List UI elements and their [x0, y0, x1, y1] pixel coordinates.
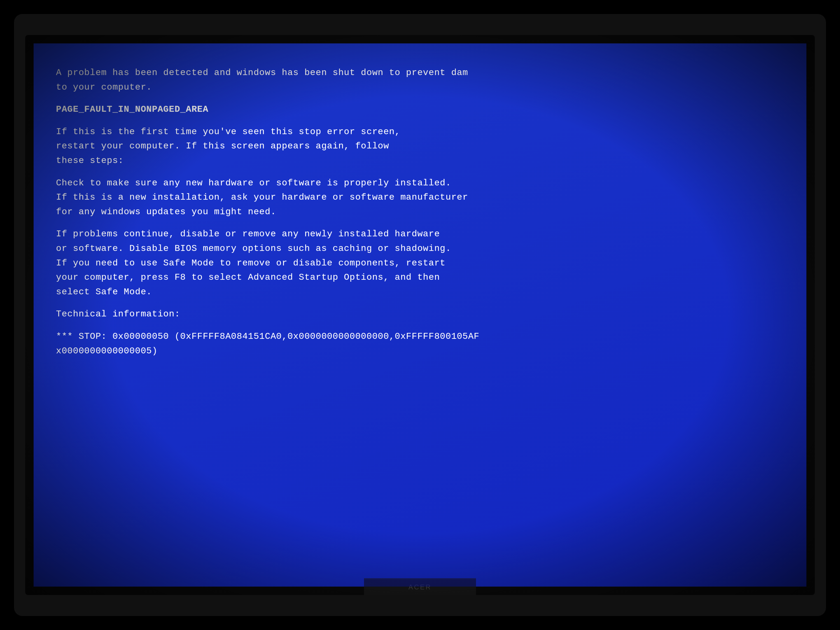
- instruction3-line4: your computer, press F8 to select Advanc…: [56, 270, 795, 284]
- stop-line1: *** STOP: 0x00000050 (0xFFFFF8A084151CA0…: [56, 330, 795, 344]
- monitor-bezel: A problem has been detected and windows …: [25, 35, 815, 595]
- gap-2: [56, 117, 795, 125]
- tech-header: Technical information:: [56, 307, 795, 321]
- monitor-stand: ACER: [364, 578, 476, 595]
- instruction1-line2: restart your computer. If this screen ap…: [56, 139, 795, 153]
- monitor-outer: A problem has been detected and windows …: [14, 14, 826, 616]
- gap-5: [56, 299, 795, 307]
- instruction1-line3: these steps:: [56, 154, 795, 168]
- instruction3-line2: or software. Disable BIOS memory options…: [56, 242, 795, 256]
- instruction2-line2: If this is a new installation, ask your …: [56, 190, 795, 204]
- gap-4: [56, 219, 795, 227]
- instruction2-line3: for any windows updates you might need.: [56, 205, 795, 219]
- bsod-screen: A problem has been detected and windows …: [33, 43, 807, 587]
- instruction2-line1: Check to make sure any new hardware or s…: [56, 176, 795, 190]
- stop-line2: x0000000000000005): [56, 344, 795, 358]
- brand-label: ACER: [409, 583, 432, 591]
- instruction1-line1: If this is the first time you've seen th…: [56, 125, 795, 139]
- bsod-content: A problem has been detected and windows …: [56, 66, 795, 575]
- bsod-line-1: A problem has been detected and windows …: [56, 66, 795, 80]
- gap-3: [56, 168, 795, 176]
- error-code: PAGE_FAULT_IN_NONPAGED_AREA: [56, 103, 795, 117]
- gap-1: [56, 95, 795, 103]
- gap-6: [56, 322, 795, 330]
- instruction3-line3: If you need to use Safe Mode to remove o…: [56, 256, 795, 270]
- instruction3-line1: If problems continue, disable or remove …: [56, 227, 795, 241]
- instruction3-line5: select Safe Mode.: [56, 285, 795, 299]
- bsod-line-2: to your computer.: [56, 81, 795, 94]
